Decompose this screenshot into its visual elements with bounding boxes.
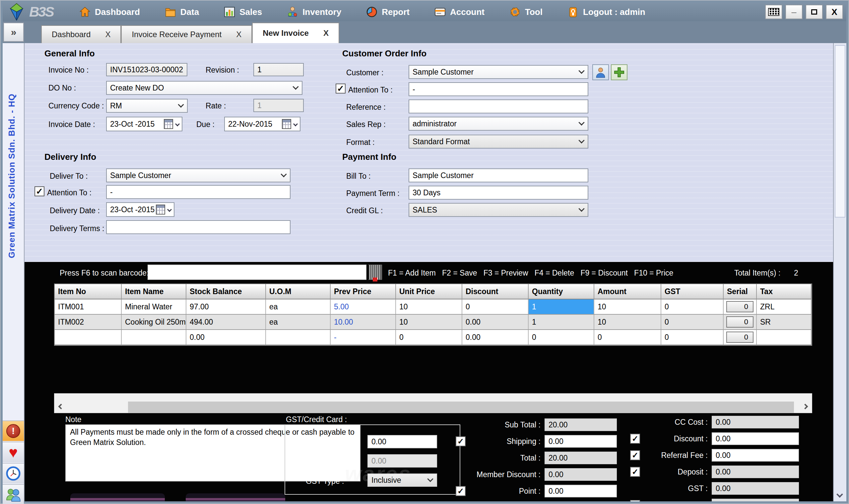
checked-checkbox[interactable] (630, 450, 640, 460)
delivery-date-picker[interactable]: 23-Oct -2015 (106, 202, 175, 217)
bottom-action-button-1[interactable] (70, 493, 165, 501)
checked-checkbox[interactable] (630, 467, 640, 477)
cell-item_name[interactable]: Cooking Oil 250ml (122, 315, 186, 329)
cell-discount[interactable]: 0.00 (462, 330, 529, 344)
tab-close-icon[interactable]: X (323, 29, 329, 38)
table-row[interactable]: ITM001Mineral Water97.00ea5.0010011000ZR… (55, 300, 812, 315)
column-header-amount[interactable]: Amount (594, 284, 661, 300)
cell-uom[interactable]: ea (266, 300, 331, 314)
totals-value-field[interactable]: 0.00 (712, 432, 799, 445)
column-header-item_name[interactable]: Item Name (122, 284, 186, 300)
delivery-attention-checkbox[interactable] (35, 186, 44, 196)
cell-amount[interactable]: 0 (594, 330, 661, 344)
column-header-quantity[interactable]: Quantity (529, 284, 594, 300)
clock-rail-button[interactable] (3, 463, 24, 483)
due-date-picker[interactable]: 22-Nov-2015 (224, 117, 301, 131)
barcode-input[interactable] (148, 265, 366, 280)
users-rail-button[interactable] (3, 484, 24, 504)
customer-attention-checkbox[interactable] (336, 84, 346, 93)
column-header-gst[interactable]: GST (661, 284, 724, 300)
delivery-attention-field[interactable]: - (106, 185, 290, 199)
cell-quantity[interactable]: 1 (529, 315, 594, 329)
column-header-unit_price[interactable]: Unit Price (396, 284, 462, 300)
cell-gst[interactable]: 0 (661, 330, 724, 344)
unchecked-checkbox[interactable] (630, 500, 640, 501)
keyboard-button[interactable] (765, 5, 782, 19)
cell-item_no[interactable]: ITM002 (55, 315, 122, 329)
bill-to-field[interactable]: Sample Customer (409, 168, 588, 182)
gst-rate-field[interactable]: 0.00 (367, 435, 437, 448)
cell-serial[interactable]: 0 (724, 315, 757, 329)
column-header-tax[interactable]: Tax (757, 284, 812, 300)
favorites-rail-button[interactable]: ♥ (3, 442, 24, 462)
cell-prev_price[interactable]: - (331, 330, 396, 344)
cell-stock_balance[interactable]: 0.00 (186, 330, 266, 344)
column-header-discount[interactable]: Discount (462, 284, 529, 300)
customer-dropdown[interactable]: Sample Customer (409, 65, 588, 79)
menu-item-tool[interactable]: Tool (509, 6, 543, 18)
serial-button[interactable]: 0 (726, 331, 754, 343)
cell-amount[interactable]: 10 (594, 315, 661, 329)
window-vertical-scrollbar[interactable] (833, 43, 846, 501)
alerts-rail-button[interactable]: ! (3, 420, 24, 441)
tab-close-icon[interactable]: X (105, 30, 110, 39)
bottom-action-button-2[interactable] (186, 493, 285, 501)
totals-value-field[interactable]: 0.00 (545, 485, 617, 497)
cell-uom[interactable] (266, 330, 331, 344)
menu-item-data[interactable]: Data (164, 6, 199, 18)
cell-discount[interactable]: 0 (462, 300, 529, 314)
tab-new-invoice[interactable]: New InvoiceX (252, 22, 339, 43)
menu-item-account[interactable]: Account (434, 6, 485, 18)
revision-field[interactable]: 1 (253, 63, 304, 76)
cell-discount[interactable]: 0.00 (462, 315, 529, 329)
menu-item-inventory[interactable]: Inventory (287, 6, 341, 18)
cell-quantity[interactable]: 0 (529, 330, 594, 344)
tab-invoice-receive-payment[interactable]: Invoice Receive PaymentX (121, 25, 252, 43)
serial-button[interactable]: 0 (726, 301, 754, 312)
column-header-prev_price[interactable]: Prev Price (331, 284, 396, 300)
table-row[interactable]: ITM002Cooking Oil 250ml494.00ea10.00100.… (55, 315, 812, 330)
column-header-stock_balance[interactable]: Stock Balance (186, 284, 266, 300)
column-header-item_no[interactable]: Item No (55, 284, 122, 300)
close-button[interactable]: X (826, 5, 843, 19)
column-header-serial[interactable]: Serial (724, 284, 757, 300)
checked-checkbox[interactable] (630, 434, 640, 444)
totals-value-field[interactable]: 0.00 (545, 435, 617, 448)
cell-serial[interactable]: 0 (724, 300, 757, 314)
cell-tax[interactable] (757, 330, 812, 344)
hscroll-thumb[interactable] (128, 401, 794, 413)
vscroll-thumb[interactable] (835, 45, 845, 217)
cell-stock_balance[interactable]: 494.00 (186, 315, 266, 329)
reference-field[interactable] (409, 100, 588, 113)
invoice-no-field[interactable]: INV151023-03-00002 (106, 63, 187, 76)
cell-quantity[interactable]: 1 (529, 300, 594, 314)
totals-value-field[interactable]: 0.00 (712, 449, 799, 462)
cell-tax[interactable]: ZRL (757, 300, 812, 314)
sidebar-expander-button[interactable]: » (3, 22, 24, 42)
add-customer-button[interactable] (611, 64, 628, 80)
tab-close-icon[interactable]: X (236, 30, 241, 39)
table-row[interactable]: 0.00-00.000000 (55, 330, 812, 345)
cell-unit_price[interactable]: 10 (396, 315, 462, 329)
deliver-to-dropdown[interactable]: Sample Customer (106, 168, 290, 182)
customer-attention-field[interactable]: - (409, 82, 588, 96)
cell-stock_balance[interactable]: 97.00 (186, 300, 266, 314)
menu-item-dashboard[interactable]: Dashboard (79, 6, 140, 18)
view-customer-button[interactable] (592, 64, 609, 80)
menu-item-report[interactable]: Report (366, 6, 410, 18)
cell-item_no[interactable]: ITM001 (55, 300, 122, 314)
scroll-left-icon[interactable] (58, 404, 64, 410)
cell-unit_price[interactable]: 10 (396, 300, 462, 314)
cell-amount[interactable]: 10 (594, 300, 661, 314)
menu-item-logout-admin[interactable]: Logout : admin (567, 6, 645, 18)
maximize-button[interactable] (806, 5, 823, 19)
cell-prev_price[interactable]: 10.00 (331, 315, 396, 329)
column-header-uom[interactable]: U.O.M (266, 284, 331, 300)
sales-rep-dropdown[interactable]: administrator (409, 117, 588, 131)
gst-type-dropdown[interactable]: Inclusive (367, 473, 437, 487)
scroll-right-icon[interactable] (802, 404, 808, 410)
currency-dropdown[interactable]: RM (106, 99, 188, 113)
table-horizontal-scrollbar[interactable] (54, 393, 812, 413)
credit-gl-dropdown[interactable]: SALES (409, 203, 588, 217)
checked-checkbox[interactable] (456, 436, 466, 446)
